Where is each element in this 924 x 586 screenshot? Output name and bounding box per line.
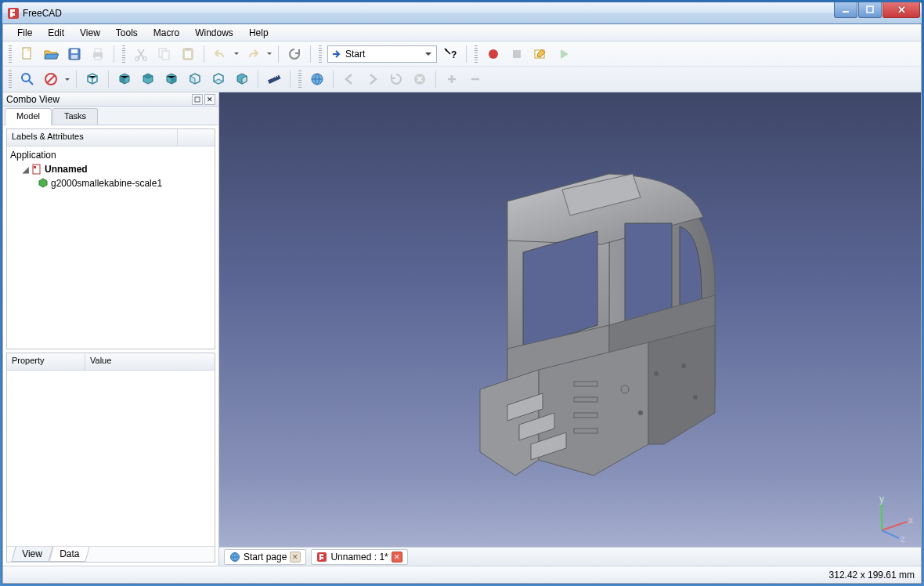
props-tab-view[interactable]: View: [11, 547, 52, 562]
toolbar-grip[interactable]: [9, 45, 12, 63]
svg-rect-1: [843, 11, 849, 13]
svg-point-35: [638, 411, 643, 415]
web-stop-button[interactable]: [410, 69, 430, 89]
combo-view-panel: Combo View ✕ Model Tasks Labels & Attrib…: [3, 92, 219, 566]
cut-button[interactable]: [131, 44, 151, 64]
start-arrow-icon: [331, 49, 342, 60]
view-front-button[interactable]: [114, 69, 135, 89]
paste-button[interactable]: [178, 44, 198, 64]
undo-button[interactable]: [210, 44, 230, 64]
view-right-button[interactable]: [161, 69, 182, 89]
macro-stop-button[interactable]: [507, 44, 527, 64]
whatsthis-button[interactable]: ?: [440, 44, 460, 64]
tree-panel: Labels & Attributes Application ◢ Unname…: [6, 128, 215, 349]
tree-item[interactable]: g2000smallekabine-scale1: [7, 176, 215, 190]
web-reload-button[interactable]: [386, 69, 406, 89]
open-file-button[interactable]: [41, 44, 61, 64]
close-tab-icon[interactable]: ✕: [392, 552, 402, 562]
model-render: [406, 131, 735, 491]
tab-model[interactable]: Model: [5, 108, 52, 125]
macro-record-button[interactable]: [483, 44, 504, 64]
redo-button[interactable]: [243, 44, 263, 64]
svg-point-21: [22, 74, 30, 81]
menu-tools[interactable]: Tools: [108, 25, 146, 41]
print-button[interactable]: [88, 44, 108, 64]
menu-windows[interactable]: Windows: [187, 25, 241, 41]
globe-icon: [229, 552, 240, 562]
workbench-selector[interactable]: Start: [327, 45, 437, 63]
svg-text:?: ?: [451, 49, 457, 60]
copy-button[interactable]: [154, 44, 175, 64]
menu-view[interactable]: View: [72, 25, 108, 41]
dock-float-button[interactable]: [192, 94, 203, 105]
svg-rect-13: [162, 51, 169, 60]
view-bottom-button[interactable]: [208, 69, 229, 89]
doc-tab-unnamed[interactable]: Unnamed : 1* ✕: [311, 549, 407, 565]
undo-dropdown[interactable]: [233, 44, 240, 64]
svg-rect-16: [185, 51, 191, 58]
fit-view-button[interactable]: [17, 69, 38, 89]
macro-edit-button[interactable]: [530, 44, 550, 64]
menu-edit[interactable]: Edit: [40, 25, 72, 41]
redo-dropdown[interactable]: [266, 44, 273, 64]
svg-rect-26: [195, 97, 200, 102]
svg-rect-6: [71, 55, 78, 59]
svg-point-34: [681, 364, 686, 368]
props-tab-data[interactable]: Data: [49, 547, 89, 562]
freecad-icon: [7, 7, 20, 20]
menu-help[interactable]: Help: [241, 25, 276, 41]
axis-indicator: y x z: [866, 495, 913, 542]
svg-rect-3: [23, 48, 31, 59]
menu-file[interactable]: File: [9, 25, 40, 41]
macro-run-button[interactable]: [554, 44, 574, 64]
tree-root[interactable]: Application: [7, 148, 215, 162]
zoom-out-button[interactable]: [465, 69, 485, 89]
save-button[interactable]: [64, 44, 85, 64]
tree-document[interactable]: ◢ Unnamed: [7, 162, 215, 176]
toolbars: Start ?: [3, 42, 921, 92]
value-header[interactable]: Value: [85, 353, 215, 370]
svg-point-36: [693, 395, 698, 400]
close-tab-icon[interactable]: ✕: [290, 552, 301, 562]
window-title: FreeCAD: [23, 8, 833, 19]
document-tabs: Start page ✕ Unnamed : 1* ✕: [219, 547, 921, 566]
view-left-button[interactable]: [232, 69, 252, 89]
web-forward-button[interactable]: [363, 69, 383, 89]
svg-text:x: x: [908, 515, 913, 526]
tree-header[interactable]: Labels & Attributes: [7, 129, 178, 146]
svg-rect-8: [95, 49, 101, 52]
minimize-button[interactable]: [834, 2, 857, 18]
menu-macro[interactable]: Macro: [146, 25, 187, 41]
freecad-doc-icon: [316, 552, 327, 562]
svg-rect-5: [71, 49, 78, 53]
3d-viewport[interactable]: y x z Start page ✕ Unnamed : 1* ✕: [219, 92, 921, 566]
measure-button[interactable]: [264, 69, 284, 89]
view-top-button[interactable]: [138, 69, 158, 89]
toolbar-grip[interactable]: [9, 71, 12, 88]
web-home-button[interactable]: [307, 69, 327, 89]
maximize-button[interactable]: [858, 2, 882, 18]
close-button[interactable]: ✕: [882, 2, 920, 18]
titlebar: FreeCAD ✕: [2, 2, 922, 24]
toolbar-grip[interactable]: [298, 71, 301, 88]
view-iso-button[interactable]: [82, 69, 103, 89]
toolbar-grip[interactable]: [475, 45, 478, 63]
svg-rect-19: [513, 50, 521, 58]
view-rear-button[interactable]: [185, 69, 205, 89]
zoom-in-button[interactable]: [442, 69, 462, 89]
property-header[interactable]: Property: [7, 353, 85, 370]
dock-close-button[interactable]: ✕: [204, 94, 215, 105]
web-back-button[interactable]: [339, 69, 359, 89]
draw-style-dropdown[interactable]: [64, 69, 70, 89]
refresh-button[interactable]: [284, 44, 305, 64]
toolbar-grip[interactable]: [122, 45, 125, 63]
draw-style-button[interactable]: [41, 69, 61, 89]
tab-tasks[interactable]: Tasks: [52, 108, 98, 125]
new-file-button[interactable]: [17, 44, 38, 64]
doc-tab-start[interactable]: Start page ✕: [224, 549, 306, 565]
svg-line-40: [882, 530, 899, 538]
toolbar-grip[interactable]: [319, 45, 322, 63]
svg-rect-15: [186, 48, 190, 50]
workbench-label: Start: [345, 49, 365, 60]
svg-point-18: [489, 49, 498, 59]
